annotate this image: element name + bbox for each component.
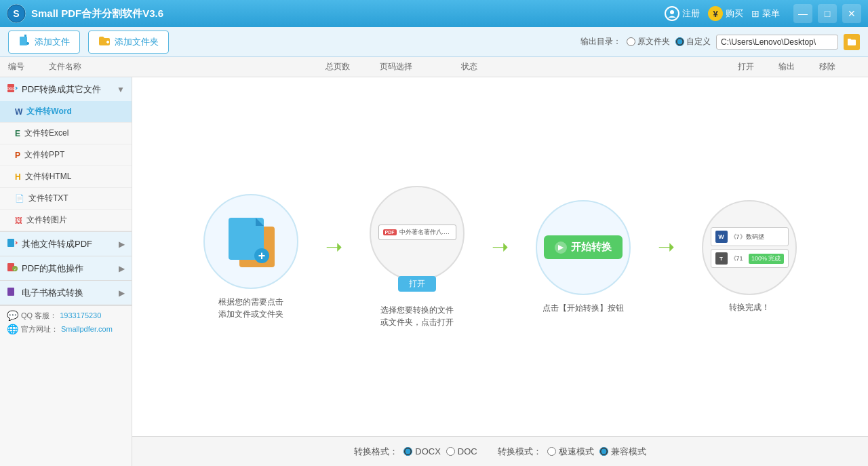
mode-group: 转换模式： 极速模式 兼容模式 [498,446,646,458]
mode-compat-option[interactable]: 兼容模式 [599,446,646,458]
group4-expand-icon: ▶ [119,288,125,298]
add-file-icon [18,35,31,50]
group2-expand-icon: ▶ [119,239,125,249]
sidebar-group-pdf-ops: ✓ PDF的其他操作 ▶ [0,256,132,281]
col-open: 打开 [738,61,778,73]
pdf-to-other-icon: PDF [7,83,18,96]
close-button[interactable]: ✕ [842,4,861,23]
grid-icon: ⊞ [751,8,760,19]
yen-icon: ¥ [708,6,723,21]
format-doc-option[interactable]: DOC [446,446,477,457]
original-folder-radio-input[interactable] [627,37,635,46]
col-pages: 总页数 [326,61,380,73]
mode-compat-radio[interactable] [599,447,608,456]
sidebar-item-image[interactable]: 🖼 文件转图片 [0,210,132,231]
col-output: 输出 [778,61,819,73]
maximize-button[interactable]: □ [818,4,837,23]
word-badge-1: W [715,231,728,243]
column-headers: 编号 文件名称 总页数 页码选择 状态 打开 输出 移除 [0,57,868,77]
original-folder-radio[interactable]: 原文件夹 [627,36,670,47]
sidebar-group-other-to-pdf: 其他文件转成PDF ▶ [0,232,132,256]
custom-folder-radio-input[interactable] [675,37,684,46]
group1-expand-icon: ▼ [117,85,125,94]
website-link[interactable]: Smallpdfer.com [61,325,113,333]
group3-expand-icon: ▶ [119,264,125,273]
step2-text: 选择您要转换的文件 或文件夹，点击打开 [380,304,454,328]
register-button[interactable]: 注册 [665,6,700,21]
bottom-controls: 转换格式： DOCX DOC 转换模式： 极速模式 兼容模式 [132,436,868,466]
image-icon: 🖼 [15,216,22,225]
add-file-button[interactable]: 添加文件 [8,31,80,54]
app-logo: S [7,4,26,23]
sidebar: PDF PDF转换成其它文件 ▼ W 文件转Word E 文件转Excel P [0,77,132,466]
browse-folder-button[interactable] [844,34,860,50]
minimize-button[interactable]: — [793,4,812,23]
qq-link[interactable]: 1933175230 [60,311,101,319]
sidebar-group-ebook: 电子书格式转换 ▶ [0,281,132,305]
step4-complete: W 《7》数码拯 T 《71 100% 完成 转换完成！ [702,200,797,313]
step3-text: 点击【开始转换】按钮 [542,302,624,314]
sidebar-item-html[interactable]: H 文件转HTML [0,166,132,188]
start-convert-illus-btn: ▶ 开始转换 [544,235,623,259]
step4-text: 转换完成！ [729,302,770,313]
illustration-area: + 根据您的需要点击 添加文件或文件夹 ➝ PDF 中外著名著作 [132,77,868,436]
svg-text:✓: ✓ [14,267,17,271]
purchase-button[interactable]: ¥ 购买 [708,6,743,21]
format-docx-radio[interactable] [403,447,412,456]
txt-icon: 📄 [15,194,24,203]
svg-rect-15 [7,288,14,296]
svg-point-2 [670,10,674,14]
step1-circle: + [203,194,298,289]
sidebar-group-header-pdf-to-other[interactable]: PDF PDF转换成其它文件 ▼ [0,77,132,101]
output-path-input[interactable] [716,35,838,50]
sidebar-group-header-other-to-pdf[interactable]: 其他文件转成PDF ▶ [0,232,132,256]
play-icon: ▶ [555,241,567,254]
arrow2: ➝ [492,235,509,258]
svg-rect-4 [24,35,26,37]
toolbar: 添加文件 添加文件夹 输出目录： 原文件夹 自定义 [0,27,868,57]
sidebar-group-header-pdf-ops[interactable]: ✓ PDF的其他操作 ▶ [0,256,132,280]
sidebar-footer: 💬 QQ 客服： 1933175230 🌐 官方网址： Smallpdfer.c… [0,305,132,338]
format-doc-radio[interactable] [446,447,455,456]
sidebar-item-ppt[interactable]: P 文件转PPT [0,144,132,166]
format-docx-option[interactable]: DOCX [403,446,441,457]
sidebar-item-txt[interactable]: 📄 文件转TXT [0,188,132,210]
output-directory-area: 输出目录： 原文件夹 自定义 [580,34,860,50]
open-button-illus: 打开 [398,276,436,292]
col-page-select: 页码选择 [380,61,461,73]
col-remove: 移除 [819,61,860,73]
svg-text:PDF: PDF [7,87,15,91]
custom-folder-radio[interactable]: 自定义 [675,36,711,47]
titlebar: S Small PDF合并分割软件V3.6 注册 ¥ 购买 ⊞ 菜单 — □ ✕ [0,0,868,27]
sidebar-item-excel[interactable]: E 文件转Excel [0,123,132,144]
svg-text:S: S [13,8,19,19]
result-item-1: W 《7》数码拯 [711,227,789,246]
sidebar-group-header-ebook[interactable]: 电子书格式转换 ▶ [0,281,132,305]
steps-container: + 根据您的需要点击 添加文件或文件夹 ➝ PDF 中外著名著作 [146,186,854,328]
sidebar-item-word[interactable]: W 文件转Word [0,101,132,123]
app-title: Small PDF合并分割软件V3.6 [31,7,665,20]
add-folder-icon [98,35,111,50]
word-icon: W [15,107,22,117]
format-group: 转换格式： DOCX DOC [354,446,477,458]
step2-circle: PDF 中外著名著作八.pdf,* 打开 [370,186,465,281]
html-icon: H [15,172,21,182]
top-actions: 注册 ¥ 购买 ⊞ 菜单 [665,6,780,21]
excel-icon: E [15,129,20,138]
mode-fast-radio[interactable] [547,447,556,456]
sidebar-group-pdf-to-other: PDF PDF转换成其它文件 ▼ W 文件转Word E 文件转Excel P [0,77,132,232]
step1-icons: + [220,214,281,269]
add-folder-button[interactable]: 添加文件夹 [88,31,169,54]
step2-select-files: PDF 中外著名著作八.pdf,* 打开 选择您要转换的文件 或文件夹，点击打开 [370,186,465,328]
step4-circle: W 《7》数码拯 T 《71 100% 完成 [702,200,797,295]
user-icon [665,6,679,21]
content-area: + 根据您的需要点击 添加文件或文件夹 ➝ PDF 中外著名著作 [132,77,868,466]
arrow1: ➝ [326,235,342,258]
svg-rect-3 [20,37,27,45]
pdf-ops-icon: ✓ [7,262,18,275]
mode-fast-option[interactable]: 极速模式 [547,446,594,458]
menu-button[interactable]: ⊞ 菜单 [751,7,780,20]
col-name: 文件名称 [49,61,326,73]
result-item-2: T 《71 100% 完成 [711,249,789,268]
ebook-icon [7,286,18,299]
